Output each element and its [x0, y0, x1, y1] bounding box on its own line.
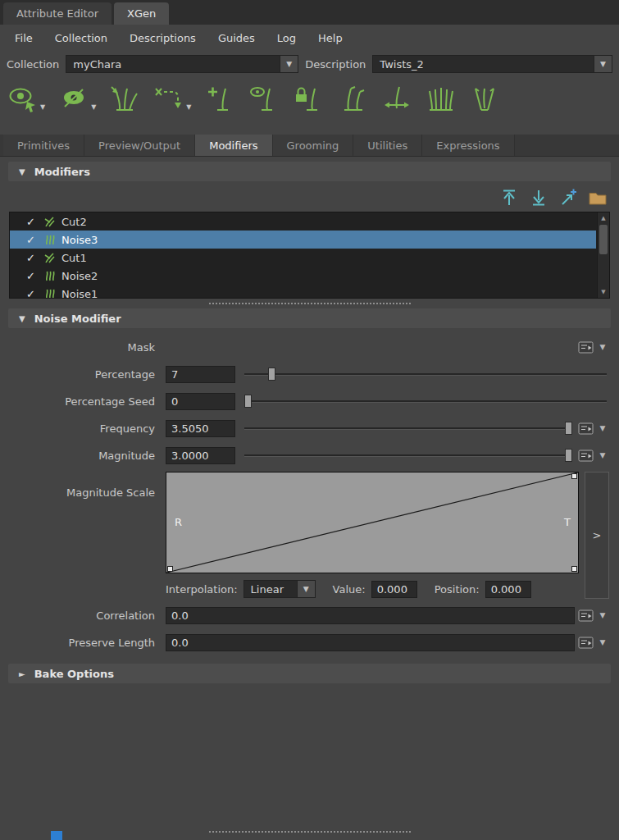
interpolation-dropdown-arrow-icon[interactable]: ▼: [297, 581, 315, 597]
menubar: File Collection Descriptions Guides Log …: [0, 25, 619, 51]
modifier-row-cut1[interactable]: ✓ Cut1: [10, 249, 596, 267]
clump-tool-button[interactable]: [469, 84, 502, 115]
interpolation-select[interactable]: Linear ▼: [244, 580, 316, 598]
magnitude-menu-arrow-icon[interactable]: ▼: [596, 451, 609, 459]
correlation-expression-icon[interactable]: [578, 609, 594, 622]
lock-guides-button[interactable]: [292, 84, 325, 115]
import-modifier-folder-button[interactable]: [588, 189, 608, 207]
checkmark-icon[interactable]: ✓: [26, 270, 38, 282]
show-primitives-button[interactable]: ▼: [7, 84, 46, 115]
frequency-slider[interactable]: [244, 421, 572, 436]
bake-options-section-header[interactable]: ► Bake Options: [8, 664, 611, 683]
menu-guides[interactable]: Guides: [218, 32, 255, 44]
tab-modifiers[interactable]: Modifiers: [195, 135, 272, 156]
magnitude-slider-handle[interactable]: [565, 449, 572, 462]
frequency-input[interactable]: [166, 420, 235, 437]
toggle-guide-visibility-icon: [248, 84, 280, 114]
tab-attribute-editor[interactable]: Attribute Editor: [3, 2, 112, 25]
preserve-length-expression-icon[interactable]: [578, 636, 594, 649]
modifier-row-cut2[interactable]: ✓ Cut2: [10, 212, 596, 231]
percentage-seed-slider-handle[interactable]: [244, 395, 252, 408]
magnitude-expression-icon[interactable]: [578, 449, 594, 462]
scroll-down-icon[interactable]: ▼: [598, 286, 609, 298]
menu-help[interactable]: Help: [318, 32, 343, 44]
tab-grooming[interactable]: Grooming: [273, 135, 354, 156]
percentage-slider[interactable]: [244, 367, 607, 381]
ramp-right-label: T: [564, 516, 571, 528]
checkmark-icon[interactable]: ✓: [26, 252, 38, 264]
ramp-position-input[interactable]: [485, 581, 531, 598]
add-guide-button[interactable]: [203, 84, 236, 115]
ramp-expand-button[interactable]: >: [585, 472, 609, 599]
percentage-seed-slider[interactable]: [244, 394, 607, 409]
collection-select[interactable]: myChara ▼: [66, 55, 298, 73]
modifiers-section-header[interactable]: ▼ Modifiers: [8, 162, 611, 181]
mask-menu-arrow-icon[interactable]: ▼: [596, 343, 609, 351]
tab-xgen[interactable]: XGen: [114, 2, 169, 25]
show-primitives-dropdown-icon[interactable]: ▼: [40, 103, 45, 114]
percentage-input[interactable]: [166, 366, 235, 383]
noise-modifier-section-header[interactable]: ▼ Noise Modifier: [8, 308, 611, 328]
mask-expression-icon[interactable]: [578, 340, 594, 354]
move-modifier-up-button[interactable]: [499, 189, 519, 207]
correlation-input[interactable]: [166, 607, 575, 624]
toggle-preview-dropdown-icon[interactable]: ▼: [91, 103, 96, 114]
modifier-row-noise1[interactable]: ✓ Noise1: [10, 285, 596, 299]
toggle-preview-button[interactable]: ▼: [57, 84, 97, 115]
frequency-label: Frequency: [8, 422, 166, 435]
modifier-list: ✓ Cut2 ✓ Noise3 ✓: [9, 212, 610, 299]
add-modifier-plus-arrow-icon: [559, 189, 577, 207]
preserve-length-input[interactable]: [166, 634, 575, 651]
scroll-up-icon[interactable]: ▲: [598, 212, 609, 224]
checkmark-icon[interactable]: ✓: [26, 288, 38, 299]
frequency-expression-icon[interactable]: [578, 422, 594, 435]
guides-pair-icon: [337, 84, 368, 114]
xgen-window: Attribute Editor XGen File Collection De…: [0, 0, 619, 840]
magnitude-slider[interactable]: [244, 448, 572, 463]
flush-preview-dropdown-icon[interactable]: ▼: [186, 103, 191, 114]
move-modifier-down-button[interactable]: [529, 189, 548, 207]
mask-row: Mask ▼: [8, 336, 609, 358]
ramp-point-handle[interactable]: [571, 566, 577, 572]
tab-preview-output[interactable]: Preview/Output: [84, 135, 195, 156]
percentage-slider-handle[interactable]: [268, 368, 275, 381]
collapse-triangle-icon: ▼: [19, 167, 25, 176]
frame-drag-handle[interactable]: [8, 299, 611, 308]
density-grass-button[interactable]: [425, 84, 457, 115]
frequency-slider-handle[interactable]: [565, 422, 572, 435]
menu-collection[interactable]: Collection: [55, 32, 107, 44]
guides-pair-button[interactable]: [336, 84, 369, 115]
tab-utilities[interactable]: Utilities: [353, 135, 422, 156]
description-dropdown-arrow-icon[interactable]: ▼: [594, 56, 612, 72]
ramp-value-input[interactable]: [371, 581, 417, 598]
percentage-seed-input[interactable]: [166, 393, 235, 410]
checkmark-icon[interactable]: ✓: [26, 216, 38, 228]
modifier-list-scrollbar[interactable]: ▲ ▼: [597, 212, 609, 298]
noise-modifier-icon: [43, 288, 56, 299]
update-preview-button[interactable]: [108, 84, 141, 115]
noise-modifier-icon: [43, 234, 56, 246]
magnitude-scale-ramp[interactable]: R T: [166, 472, 579, 573]
ramp-point-handle[interactable]: [167, 566, 173, 572]
menu-log[interactable]: Log: [277, 32, 296, 44]
ramp-point-handle[interactable]: [571, 473, 577, 479]
menu-descriptions[interactable]: Descriptions: [130, 32, 196, 44]
toggle-guide-visibility-button[interactable]: [248, 84, 280, 115]
magnitude-input[interactable]: [166, 447, 235, 464]
menu-file[interactable]: File: [15, 32, 33, 44]
checkmark-icon[interactable]: ✓: [26, 234, 38, 246]
description-select[interactable]: Twists_2 ▼: [372, 55, 612, 73]
add-modifier-button[interactable]: [558, 189, 578, 207]
tab-primitives[interactable]: Primitives: [3, 135, 84, 156]
correlation-menu-arrow-icon[interactable]: ▼: [596, 611, 609, 619]
collection-dropdown-arrow-icon[interactable]: ▼: [280, 56, 298, 72]
panel-bottom-drag-handle[interactable]: [0, 831, 619, 833]
modifier-row-noise3[interactable]: ✓ Noise3: [10, 231, 596, 249]
tab-expressions[interactable]: Expressions: [422, 135, 514, 156]
scrollbar-thumb[interactable]: [599, 225, 608, 254]
modifier-row-noise2[interactable]: ✓ Noise2: [10, 267, 596, 285]
frequency-menu-arrow-icon[interactable]: ▼: [596, 424, 609, 432]
flush-preview-button[interactable]: ▼: [152, 84, 192, 115]
guide-width-button[interactable]: [380, 84, 413, 115]
preserve-length-menu-arrow-icon[interactable]: ▼: [596, 638, 609, 646]
